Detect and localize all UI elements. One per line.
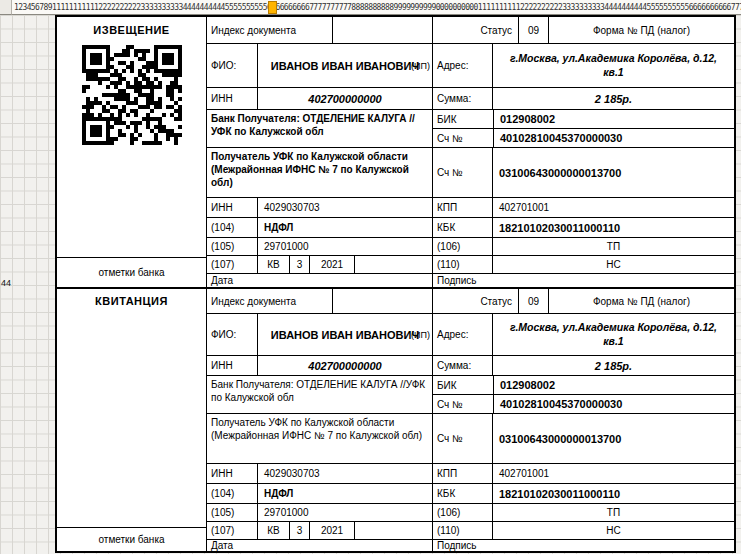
treasury-account-label: Сч № [432,148,492,197]
bik-subrow: БИК 012908002 [433,376,734,394]
field107-empty-cell[interactable] [354,522,432,539]
status-label: Статус [432,289,518,313]
index-value-cell[interactable] [332,289,432,313]
field107-label: (107) [207,522,257,539]
status-value[interactable]: 09 [518,17,548,43]
sum-label: Сумма: [432,88,492,109]
inn-kpp-row: ИНН 4029030703 КПП 402701001 [207,197,734,217]
account-label: Сч № [433,395,493,413]
account-subrow: Сч № 40102810045370000030 [433,128,734,147]
account-value[interactable]: 40102810045370000030 [493,129,734,147]
signature-label: Подпись [432,274,734,287]
fio-value[interactable]: ИВАНОВ ИВАН ИВАНОВИЧ (ИП) [257,44,432,87]
field110-value[interactable]: НС [492,256,734,273]
field104-value[interactable]: НДФЛ [257,218,432,237]
address-value[interactable]: г.Москва, ул.Академика Королёва, д.12, к… [492,314,734,355]
notice-left-panel: ИЗВЕЩЕНИЕ отметки банка [57,17,207,287]
field105-row: (105) 29701000 (106) ТП [207,237,734,255]
receipt-form-table: Индекс документа Статус 09 Форма № ПД (н… [207,289,734,551]
payer-inn-value[interactable]: 402700000000 [257,88,432,109]
fio-text: ИВАНОВ ИВАН ИВАНОВИЧ [271,329,419,341]
field106-label: (106) [432,238,492,255]
kpp-value[interactable]: 402701001 [492,464,734,483]
bank-codes: БИК 012908002 Сч № 40102810045370000030 [432,110,734,147]
row-header-44[interactable]: 44 [0,278,12,288]
recipient-inn-value[interactable]: 4029030703 [257,198,432,217]
kpp-label: КПП [432,198,492,217]
field106-label: (106) [432,504,492,521]
kbk-value[interactable]: 18210102030011000110 [492,484,734,503]
treasury-account-value[interactable]: 03100643000000013700 [492,414,734,463]
field110-value[interactable]: НС [492,522,734,539]
spreadsheet-view: 1234567891111111111122222222223333333333… [0,0,741,554]
kbk-value[interactable]: 18210102030011000110 [492,218,734,237]
bik-label: БИК [433,110,493,128]
sum-value[interactable]: 2 185р. [492,356,734,375]
fio-label: ФИО: [207,314,257,355]
status-label: Статус [432,17,518,43]
field106-value[interactable]: ТП [492,238,734,255]
panel-spacer [57,145,206,257]
field105-value[interactable]: 29701000 [257,238,432,255]
signature-label: Подпись [432,540,734,551]
field106-value[interactable]: ТП [492,504,734,521]
column-header-ruler[interactable]: 1234567891111111111122222222223333333333… [12,0,741,15]
account-label: Сч № [433,129,493,147]
ip-suffix: (ИП) [411,61,430,71]
receipt-left-panel: КВИТАНЦИЯ отметки банка [57,289,207,551]
fio-value[interactable]: ИВАНОВ ИВАН ИВАНОВИЧ (ИП) [257,314,432,355]
field107-year[interactable]: 2021 [309,522,354,539]
date-label: Дата [207,274,432,287]
field107-period[interactable]: КВ [257,522,289,539]
field107-quarter[interactable]: 3 [289,256,309,273]
field107-year[interactable]: 2021 [309,256,354,273]
recipient-inn-label: ИНН [207,198,257,217]
kbk-label: КБК [432,218,492,237]
index-row: Индекс документа Статус 09 Форма № ПД (н… [207,289,734,313]
kbk-label: КБК [432,484,492,503]
receipt-section: КВИТАНЦИЯ отметки банка Индекс документа… [57,287,734,551]
kpp-value[interactable]: 402701001 [492,198,734,217]
bik-value[interactable]: 012908002 [493,110,734,128]
payer-inn-value[interactable]: 402700000000 [257,356,432,375]
field105-label: (105) [207,238,257,255]
field104-row: (104) НДФЛ КБК 18210102030011000110 [207,217,734,237]
address-value[interactable]: г.Москва, ул.Академика Королёва, д.12, к… [492,44,734,87]
field107-empty-cell[interactable] [354,256,432,273]
fio-row: ФИО: ИВАНОВ ИВАН ИВАНОВИЧ (ИП) Адрес: г.… [207,43,734,87]
index-value-cell[interactable] [332,17,432,43]
bik-value[interactable]: 012908002 [493,376,734,394]
payer-inn-label: ИНН [207,356,257,375]
ip-suffix: (ИП) [411,330,430,340]
notice-section: ИЗВЕЩЕНИЕ отметки банка Индекс документа… [57,17,734,287]
address-label: Адрес: [432,44,492,87]
status-value[interactable]: 09 [518,289,548,313]
bank-marks-label: отметки банка [57,527,206,551]
recipient-row: Получатель УФК по Калужской области (Меж… [207,147,734,197]
sum-value[interactable]: 2 185р. [492,88,734,109]
index-label: Индекс документа [207,289,332,313]
recipient-inn-label: ИНН [207,464,257,483]
field107-label: (107) [207,256,257,273]
treasury-account-label: Сч № [432,414,492,463]
date-signature-row: Дата Подпись [207,273,734,287]
account-value[interactable]: 40102810045370000030 [493,395,734,413]
sum-label: Сумма: [432,356,492,375]
sheet-corner[interactable] [0,0,12,15]
field104-label: (104) [207,484,257,503]
field107-quarter[interactable]: 3 [289,522,309,539]
recipient-inn-value[interactable]: 4029030703 [257,464,432,483]
fio-label: ФИО: [207,44,257,87]
index-row: Индекс документа Статус 09 Форма № ПД (н… [207,17,734,43]
form-type-label: Форма № ПД (налог) [548,289,734,313]
field104-value[interactable]: НДФЛ [257,484,432,503]
field105-value[interactable]: 29701000 [257,504,432,521]
field107-period[interactable]: КВ [257,256,289,273]
recipient-name: Получатель УФК по Калужской области (Меж… [207,148,432,197]
inn-sum-row: ИНН 402700000000 Сумма: 2 185р. [207,355,734,375]
bank-name: Банк Получателя: ОТДЕЛЕНИЕ КАЛУГА //УФК … [207,110,432,147]
index-label: Индекс документа [207,17,332,43]
bank-name: Банк Получателя: ОТДЕЛЕНИЕ КАЛУГА //УФК … [207,376,432,413]
treasury-account-value[interactable]: 03100643000000013700 [492,148,734,197]
field110-label: (110) [432,522,492,539]
